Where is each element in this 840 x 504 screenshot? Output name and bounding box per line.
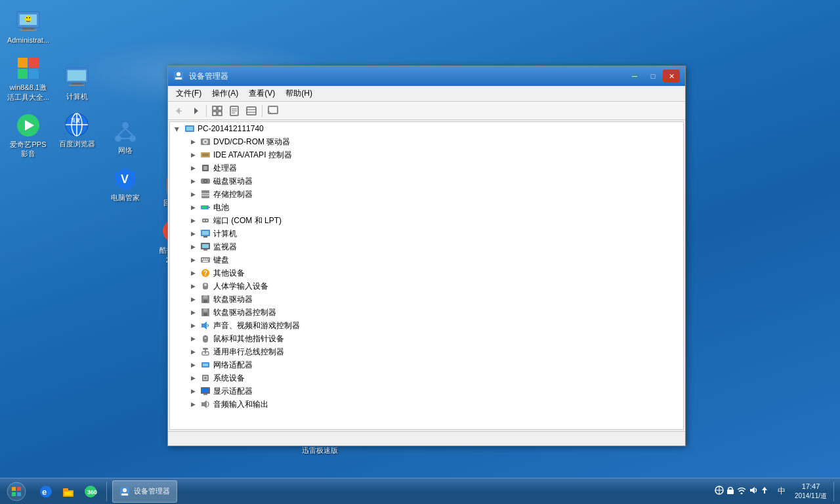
- tree-container[interactable]: ▶ PC-201412111740 ▶ DVD/CD-ROM 驱动器: [169, 121, 684, 430]
- desktop-icon-win8[interactable]: win8&8.1激活工具大全...: [5, 52, 51, 104]
- desktop-icon-network[interactable]: 网络: [102, 116, 148, 158]
- tree-item-audio-io[interactable]: ▶ 音频输入和输出: [170, 398, 683, 411]
- floppy-arrow[interactable]: ▶: [188, 295, 198, 304]
- usb-arrow[interactable]: ▶: [188, 347, 198, 356]
- ide-arrow[interactable]: ▶: [188, 150, 198, 159]
- tree-item-usb[interactable]: ▶ 通用串行总线控制器: [170, 345, 683, 358]
- tree-item-other[interactable]: ▶ ? 其他设备: [170, 266, 683, 280]
- svg-rect-83: [202, 154, 209, 156]
- port-icon: [200, 215, 211, 226]
- desktop-icon-admin[interactable]: Administrat...: [5, 5, 51, 47]
- tree-item-system[interactable]: ▶ 系统设备: [170, 371, 683, 385]
- tray-lock-icon[interactable]: [726, 486, 734, 497]
- menu-view[interactable]: 查看(V): [243, 87, 280, 100]
- tree-item-battery[interactable]: ▶ 电池: [170, 201, 683, 214]
- tree-root[interactable]: ▶ PC-201412111740: [170, 122, 683, 135]
- disk-arrow[interactable]: ▶: [188, 177, 198, 186]
- battery-icon: [200, 202, 211, 213]
- tree-item-mouse[interactable]: ▶ 鼠标和其他指针设备: [170, 332, 683, 345]
- root-label: PC-201412111740: [198, 124, 264, 133]
- tree-item-processor[interactable]: ▶ 处理器: [170, 161, 683, 175]
- tree-item-display[interactable]: ▶ 显示适配器: [170, 385, 683, 398]
- tree-item-audio[interactable]: ▶ 声音、视频和游戏控制器: [170, 319, 683, 332]
- battery-label: 电池: [213, 202, 229, 213]
- svg-rect-108: [208, 259, 209, 260]
- computer-tree-arrow[interactable]: ▶: [188, 229, 198, 238]
- floppy-ctrl-arrow[interactable]: ▶: [188, 308, 198, 317]
- minimize-button[interactable]: ─: [626, 70, 643, 83]
- tree-item-floppy[interactable]: ▶ 软盘驱动器: [170, 293, 683, 306]
- tree-item-floppy-ctrl[interactable]: ▶ 软盘驱动器控制器: [170, 306, 683, 319]
- tree-item-port[interactable]: ▶ 端口 (COM 和 LPT): [170, 214, 683, 227]
- tree-item-computer[interactable]: ▶ 计算机: [170, 227, 683, 240]
- other-arrow[interactable]: ▶: [188, 268, 198, 278]
- desktop-icon-computer[interactable]: 计算机: [54, 62, 100, 104]
- device-manager-window: 设备管理器 ─ □ ✕ 文件(F) 操作(A) 查看(V) 帮助(H): [167, 66, 686, 446]
- tray-lang-text: 中: [778, 486, 786, 495]
- storage-arrow[interactable]: ▶: [188, 190, 198, 199]
- win8-label: win8&8.1激活工具大全...: [7, 83, 49, 102]
- menu-action[interactable]: 操作(A): [207, 87, 243, 100]
- menu-help[interactable]: 帮助(H): [280, 87, 318, 100]
- tree-item-network[interactable]: ▶ 网络适配器: [170, 358, 683, 371]
- tree-item-monitor[interactable]: ▶ 监视器: [170, 240, 683, 253]
- monitor-arrow[interactable]: ▶: [188, 242, 198, 251]
- tree-item-keyboard[interactable]: ▶ 键盘: [170, 253, 683, 266]
- tray-clock[interactable]: 17:47 2014/11/道: [791, 482, 831, 501]
- network-tree-arrow[interactable]: ▶: [188, 360, 198, 369]
- tray-wifi-icon[interactable]: [737, 486, 746, 496]
- desktop-icon-security[interactable]: V 电脑管家: [102, 163, 148, 205]
- taskbar-devmgr-label: 设备管理器: [134, 486, 170, 496]
- svg-point-6: [29, 17, 30, 18]
- processor-arrow[interactable]: ▶: [188, 163, 198, 173]
- maximize-button[interactable]: □: [644, 70, 662, 83]
- help-button[interactable]: [265, 104, 281, 118]
- taskbar-explorer-icon[interactable]: [58, 481, 79, 502]
- computer-icon: [64, 64, 90, 91]
- tree-item-hid[interactable]: ▶ 人体学输入设备: [170, 280, 683, 293]
- tree-item-disk[interactable]: ▶ 磁盘驱动器: [170, 175, 683, 188]
- show-desktop-button[interactable]: [833, 482, 837, 501]
- svg-rect-119: [203, 313, 207, 316]
- display-arrow[interactable]: ▶: [188, 387, 198, 396]
- back-button[interactable]: [171, 104, 186, 118]
- audio-io-arrow[interactable]: ▶: [188, 400, 198, 409]
- taskbar-devmgr[interactable]: 设备管理器: [112, 480, 177, 503]
- view1-button[interactable]: [209, 104, 225, 118]
- taskbar-ie-icon[interactable]: e: [35, 481, 56, 502]
- dvd-arrow[interactable]: ▶: [188, 137, 198, 146]
- keyboard-arrow[interactable]: ▶: [188, 255, 198, 264]
- desktop-icon-pps[interactable]: 爱奇艺PPS影音: [5, 110, 51, 161]
- svg-rect-105: [202, 259, 203, 260]
- tray-volume-icon[interactable]: [749, 486, 758, 497]
- window-title-text: 设备管理器: [189, 71, 228, 82]
- tree-item-ide[interactable]: ▶ IDE ATA/ATAPI 控制器: [170, 148, 683, 161]
- tree-item-dvd[interactable]: ▶ DVD/CD-ROM 驱动器: [170, 135, 683, 148]
- hid-arrow[interactable]: ▶: [188, 282, 198, 291]
- mouse-arrow[interactable]: ▶: [188, 334, 198, 343]
- taskbar-360-icon[interactable]: 360: [80, 481, 101, 502]
- tray-network-icon[interactable]: [715, 486, 724, 497]
- processor-icon: [200, 163, 211, 173]
- view2-button[interactable]: [243, 104, 259, 118]
- svg-rect-134: [203, 394, 207, 395]
- svg-marker-156: [750, 487, 755, 494]
- system-arrow[interactable]: ▶: [188, 373, 198, 383]
- svg-line-26: [118, 129, 125, 135]
- close-button[interactable]: ✕: [663, 70, 680, 83]
- win8-icon: [15, 55, 41, 81]
- tree-item-storage[interactable]: ▶ 存储控制器: [170, 188, 683, 201]
- svg-rect-66: [213, 112, 217, 116]
- forward-button[interactable]: [188, 104, 203, 118]
- battery-arrow[interactable]: ▶: [188, 203, 198, 212]
- tray-lang-indicator[interactable]: 中: [775, 486, 788, 497]
- taskbar-sep: [106, 482, 107, 501]
- menu-file[interactable]: 文件(F): [171, 87, 207, 100]
- desktop-icon-browser[interactable]: 百度 百度浏览器: [54, 109, 100, 151]
- root-arrow[interactable]: ▶: [173, 125, 182, 134]
- svg-rect-145: [64, 492, 72, 495]
- properties-button[interactable]: [226, 104, 242, 118]
- audio-arrow[interactable]: ▶: [188, 321, 198, 330]
- start-button[interactable]: [0, 478, 33, 505]
- port-arrow[interactable]: ▶: [188, 216, 198, 225]
